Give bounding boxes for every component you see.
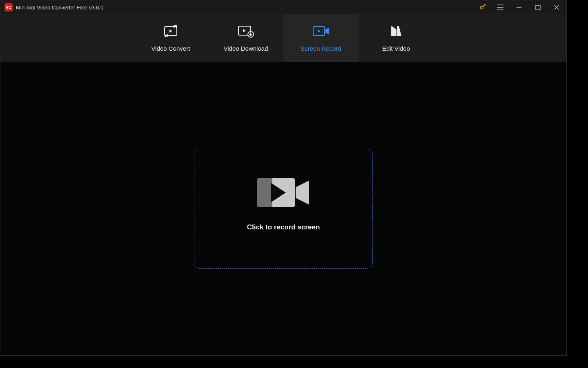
record-prompt-text: Click to record screen bbox=[247, 223, 320, 231]
content-area: Click to record screen bbox=[0, 62, 566, 355]
main-toolbar: Video Convert Video Download bbox=[0, 14, 566, 62]
titlebar-right bbox=[479, 2, 562, 13]
tab-label-convert: Video Convert bbox=[151, 45, 190, 52]
tab-video-download[interactable]: Video Download bbox=[208, 14, 283, 62]
download-icon bbox=[237, 25, 255, 38]
convert-icon bbox=[163, 25, 179, 38]
camera-icon bbox=[257, 178, 310, 212]
titlebar-left: VC MiniTool Video Converter Free v3.6.0 bbox=[4, 3, 103, 11]
maximize-icon[interactable] bbox=[532, 2, 543, 13]
tab-edit-video[interactable]: Edit Video bbox=[359, 14, 434, 62]
app-title: MiniTool Video Converter Free v3.6.0 bbox=[16, 4, 103, 11]
minimize-icon[interactable] bbox=[513, 2, 525, 13]
svg-rect-16 bbox=[257, 178, 272, 207]
close-icon[interactable] bbox=[551, 2, 562, 13]
app-icon: VC bbox=[4, 3, 13, 11]
svg-marker-11 bbox=[243, 29, 246, 32]
record-dropzone[interactable]: Click to record screen bbox=[194, 149, 373, 269]
titlebar: VC MiniTool Video Converter Free v3.6.0 bbox=[0, 0, 566, 14]
svg-marker-9 bbox=[169, 29, 172, 33]
svg-rect-5 bbox=[536, 5, 540, 10]
app-window: VC MiniTool Video Converter Free v3.6.0 bbox=[0, 0, 567, 356]
tab-screen-record[interactable]: Screen Record bbox=[283, 14, 359, 62]
svg-marker-14 bbox=[318, 29, 321, 33]
tab-label-record: Screen Record bbox=[301, 45, 341, 52]
tab-video-convert[interactable]: Video Convert bbox=[133, 14, 208, 62]
key-icon[interactable] bbox=[479, 2, 487, 12]
hamburger-menu-icon[interactable] bbox=[494, 2, 506, 13]
record-icon bbox=[312, 25, 330, 38]
tab-label-download: Video Download bbox=[224, 45, 268, 52]
app-icon-text: VC bbox=[6, 5, 11, 10]
tab-label-edit: Edit Video bbox=[382, 45, 410, 52]
edit-icon bbox=[389, 25, 403, 38]
